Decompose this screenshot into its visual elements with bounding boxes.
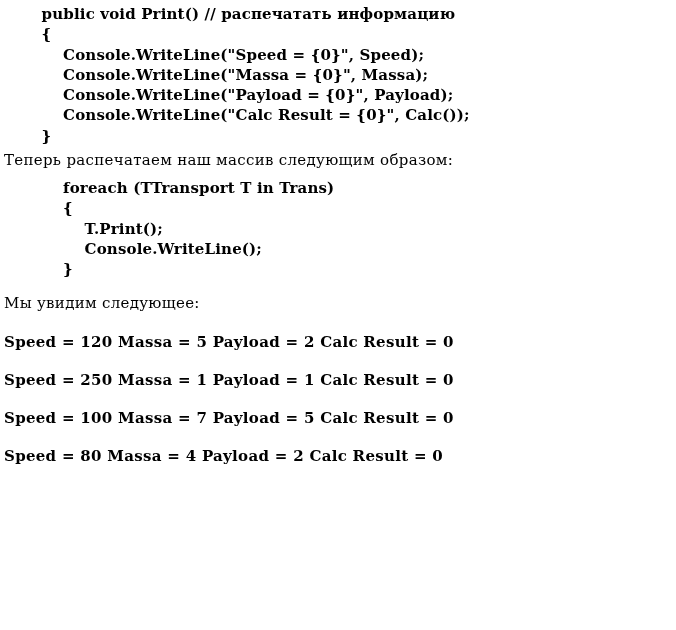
code-block-print-method: public void Print() // распечатать инфор… — [4, 4, 672, 146]
paragraph-intro-print-array: Теперь распечатаем наш массив следующим … — [4, 150, 672, 170]
output-row: Speed = 120 Massa = 5 Payload = 2 Calc R… — [4, 332, 672, 352]
code-block-foreach: foreach (TTransport T in Trans) { T.Prin… — [4, 178, 672, 279]
paragraph-we-will-see: Мы увидим следующее: — [4, 293, 672, 313]
output-row: Speed = 250 Massa = 1 Payload = 1 Calc R… — [4, 370, 672, 390]
output-row: Speed = 100 Massa = 7 Payload = 5 Calc R… — [4, 408, 672, 428]
output-row: Speed = 80 Massa = 4 Payload = 2 Calc Re… — [4, 446, 672, 466]
program-output: Speed = 120 Massa = 5 Payload = 2 Calc R… — [4, 332, 672, 467]
